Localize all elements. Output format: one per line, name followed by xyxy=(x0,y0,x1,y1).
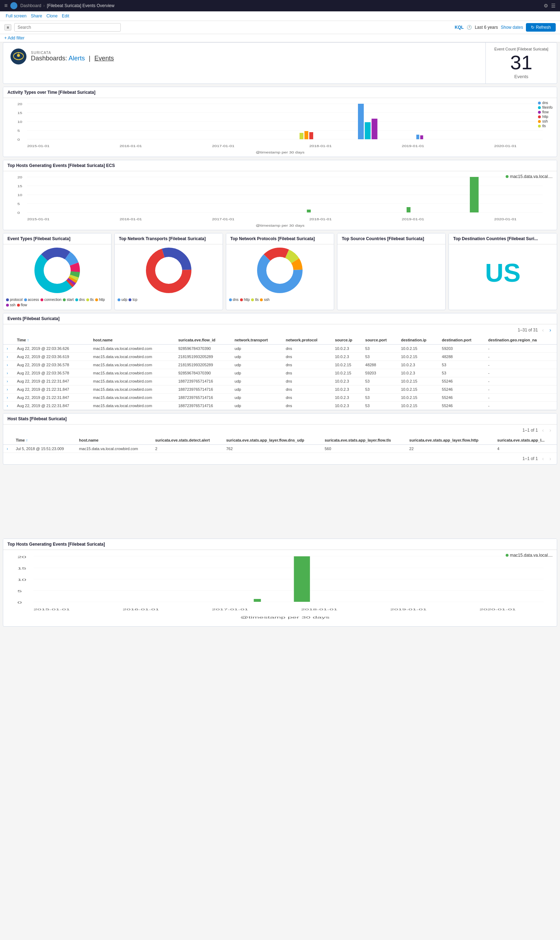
svg-rect-17 xyxy=(304,131,308,139)
row-expand-button[interactable]: › xyxy=(6,379,9,383)
hs-col-hostname[interactable]: host.name xyxy=(76,436,152,445)
hs-col-app-l[interactable]: suricata.eve.stats.app_l... xyxy=(494,436,557,445)
search-input[interactable] xyxy=(14,23,121,32)
host-stats-prev-bottom[interactable]: ‹ xyxy=(541,455,545,462)
bottom-hosts-chart-panel: Top Hosts Generating Events [Filebeat Su… xyxy=(3,539,557,627)
alerts-link[interactable]: Alerts xyxy=(69,55,85,62)
host-stats-prev-button[interactable]: ‹ xyxy=(541,427,545,434)
svg-rect-78 xyxy=(254,599,261,602)
legend-ssh-np: ssh xyxy=(260,298,269,302)
cell-region: - xyxy=(485,361,557,369)
top-hosts-legend: mac15.data.va.local.... xyxy=(506,174,552,180)
host-stats-panel: Host Stats [Filebeat Suricata] 1–1 of 1 … xyxy=(3,413,557,465)
clock-icon[interactable]: 🕐 xyxy=(467,25,472,30)
cell-region: - xyxy=(485,377,557,385)
breadcrumb-dashboard[interactable]: Dashboard xyxy=(20,3,41,8)
top-navigation: ≡ Dashboard › [Filebeat Suricata] Events… xyxy=(0,0,560,11)
cell-src-ip: 10.0.2.3 xyxy=(332,385,362,394)
settings-icon[interactable]: ⚙ xyxy=(544,3,548,9)
event-types-legend: protocol access connection start dns tls… xyxy=(3,296,111,310)
cell-time: Aug 22, 2019 @ 22:03:36.578 xyxy=(14,361,90,369)
col-dst-port[interactable]: destination.port xyxy=(439,336,485,345)
col-dst-ip[interactable]: destination.ip xyxy=(398,336,439,345)
add-filter-link[interactable]: + Add filter xyxy=(4,35,25,40)
host-stats-next-bottom[interactable]: › xyxy=(548,455,552,462)
row-expand-button[interactable]: › xyxy=(6,347,9,351)
row-expand-button[interactable]: › xyxy=(6,447,9,451)
svg-text:0: 0 xyxy=(17,211,20,214)
row-expand-button[interactable]: › xyxy=(6,371,9,375)
svg-text:2017-01-01: 2017-01-01 xyxy=(212,144,234,148)
nav-right-icons: ⚙ ☰ xyxy=(544,3,556,9)
row-expand-button[interactable]: › xyxy=(6,355,9,359)
top-hosts-chart-title: Top Hosts Generating Events [Filebeat Su… xyxy=(3,160,557,171)
hs-col-http[interactable]: suricata.eve.stats.app_layer.flow.http xyxy=(406,436,495,445)
events-table-wrapper: Time ↑ host.name suricata.eve.flow_id ne… xyxy=(3,336,557,410)
svg-text:20: 20 xyxy=(17,176,22,179)
row-expand-button[interactable]: › xyxy=(6,404,9,408)
col-hostname[interactable]: host.name xyxy=(90,336,175,345)
cell-flow-id: 2181951993205289 xyxy=(175,353,232,361)
svg-text:@timestamp per 30 days: @timestamp per 30 days xyxy=(256,151,304,154)
edit-button[interactable]: Edit xyxy=(62,14,69,18)
share-icon[interactable]: ☰ xyxy=(551,3,556,9)
cell-hostname: mac15.data.va.local.crowbird.com xyxy=(90,345,175,353)
col-src-ip[interactable]: source.ip xyxy=(332,336,362,345)
cell-hostname: mac15.data.va.local.crowbird.com xyxy=(90,385,175,394)
clone-button[interactable]: Clone xyxy=(46,14,57,18)
table-row: › Aug 22, 2019 @ 22:03:36.578 mac15.data… xyxy=(3,361,557,369)
top-hosts-chart-body: mac15.data.va.local.... 20 15 10 5 0 20 xyxy=(3,171,557,230)
transports-legend: udp tcp xyxy=(115,296,223,304)
filter-bar: ≡ KQL 🕐 Last 6 years Show dates ↻ Refres… xyxy=(0,21,560,34)
svg-text:15: 15 xyxy=(17,567,26,570)
row-expand-button[interactable]: › xyxy=(6,363,9,367)
table-row: › Aug 22, 2019 @ 22:03:36.626 mac15.data… xyxy=(3,345,557,353)
time-range-display: Last 6 years xyxy=(475,25,498,30)
cell-time: Aug 22, 2019 @ 22:03:36.619 xyxy=(14,353,90,361)
svg-text:10: 10 xyxy=(17,193,22,197)
events-link[interactable]: Events xyxy=(94,55,114,62)
row-expand-button[interactable]: › xyxy=(6,388,9,391)
svg-text:2016-01-01: 2016-01-01 xyxy=(123,608,159,611)
refresh-button[interactable]: ↻ Refresh xyxy=(526,23,556,32)
legend-tcp: tcp xyxy=(129,298,137,302)
col-region[interactable]: destination.geo.region_na xyxy=(485,336,557,345)
events-next-button[interactable]: › xyxy=(548,327,552,334)
cell-src-port: 53 xyxy=(363,377,398,385)
cell-time: Aug 22, 2019 @ 22:03:36.626 xyxy=(14,345,90,353)
svg-text:2016-01-01: 2016-01-01 xyxy=(120,217,142,221)
col-transport[interactable]: network.transport xyxy=(232,336,283,345)
svg-text:2015-01-01: 2015-01-01 xyxy=(33,608,70,611)
events-prev-button[interactable]: ‹ xyxy=(541,327,545,334)
activity-chart-panel: Activity Types over Time [Filebeat Suric… xyxy=(3,87,557,157)
fullscreen-button[interactable]: Full screen xyxy=(6,14,27,18)
cell-protocol: dns xyxy=(283,353,332,361)
col-protocol[interactable]: network.protocol xyxy=(283,336,332,345)
breadcrumb-current: [Filebeat Suricata] Events Overview xyxy=(47,3,114,8)
host-stats-header-row: Time ↑ host.name suricata.eve.stats.dete… xyxy=(3,436,557,445)
host-stats-next-button[interactable]: › xyxy=(548,427,552,434)
cell-transport: udp xyxy=(232,402,283,410)
col-flow-id[interactable]: suricata.eve.flow_id xyxy=(175,336,232,345)
hs-col-tls[interactable]: suricata.eve.stats.app_layer.flow.tls xyxy=(322,436,406,445)
show-dates-button[interactable]: Show dates xyxy=(501,25,523,30)
protocols-donut xyxy=(257,247,303,293)
svg-text:2017-01-01: 2017-01-01 xyxy=(212,217,234,221)
row-expand-button[interactable]: › xyxy=(6,396,9,400)
svg-point-61 xyxy=(155,257,182,284)
hs-col-dns-udp[interactable]: suricata.eve.stats.app_layer.flow.dns_ud… xyxy=(223,436,322,445)
cell-region: - xyxy=(485,402,557,410)
col-time[interactable]: Time ↑ xyxy=(14,336,90,345)
hs-col-alert[interactable]: suricata.eve.stats.detect.alert xyxy=(152,436,223,445)
hs-col-time[interactable]: Time ↑ xyxy=(13,436,76,445)
svg-text:2016-01-01: 2016-01-01 xyxy=(120,144,142,148)
filter-toggle-button[interactable]: ≡ xyxy=(4,24,11,31)
cell-tls: 560 xyxy=(322,445,406,453)
share-button[interactable]: Share xyxy=(31,14,42,18)
kql-button[interactable]: KQL xyxy=(455,25,464,30)
hamburger-icon[interactable]: ≡ xyxy=(4,3,8,9)
events-table-body: › Aug 22, 2019 @ 22:03:36.626 mac15.data… xyxy=(3,345,557,410)
cell-flow-id: 928596784370390 xyxy=(175,369,232,377)
events-page-info: 1–31 of 31 xyxy=(518,328,538,333)
col-src-port[interactable]: source.port xyxy=(363,336,398,345)
